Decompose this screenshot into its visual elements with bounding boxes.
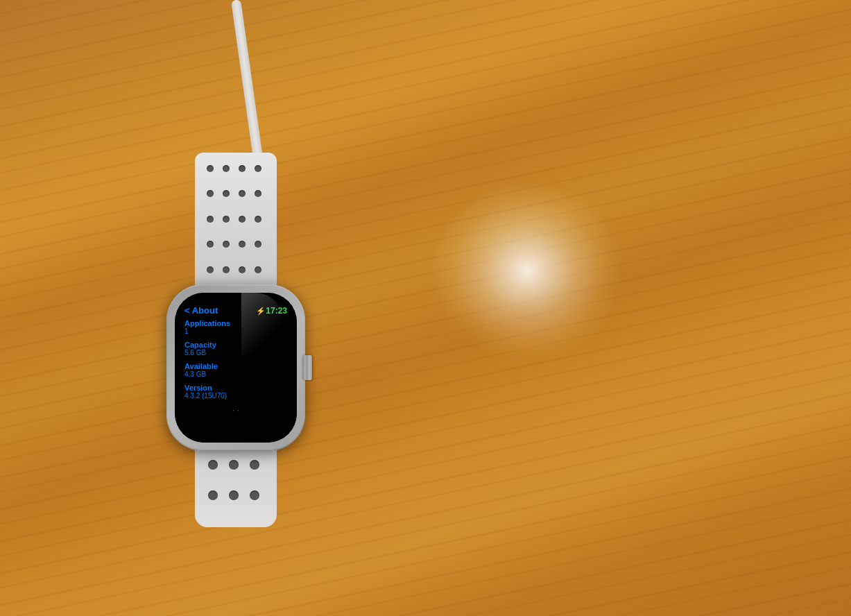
screen-header: < About ⚡17:23 — [184, 304, 287, 316]
applications-row: Applications 1 — [184, 319, 287, 335]
band-hole — [239, 241, 246, 248]
charging-icon: ⚡ — [256, 307, 266, 315]
band-hole — [239, 216, 246, 223]
available-value: 4.3 GB — [184, 370, 287, 378]
back-button[interactable]: < About — [184, 305, 218, 316]
capacity-label: Capacity — [184, 341, 287, 349]
band-hole — [239, 165, 246, 172]
applications-label: Applications — [184, 319, 287, 327]
screen-time-container: ⚡17:23 — [256, 304, 287, 316]
version-value: 4.3.2 (15U70) — [184, 392, 287, 400]
watch-band-top — [195, 153, 277, 298]
band-hole — [229, 460, 239, 470]
band-hole — [223, 190, 230, 197]
band-hole — [223, 241, 230, 248]
band-hole — [239, 190, 246, 197]
band-hole — [223, 266, 230, 273]
watch-case: < About ⚡17:23 Applications 1 Capacity 5… — [166, 284, 305, 451]
version-label: Version — [184, 384, 287, 392]
band-holes-top — [201, 160, 270, 291]
band-hole — [250, 490, 259, 500]
band-hole — [207, 190, 214, 197]
band-hole — [207, 266, 214, 273]
screen-time: 17:23 — [266, 306, 287, 316]
band-hole — [223, 216, 230, 223]
band-hole — [255, 241, 261, 248]
band-hole — [239, 266, 246, 273]
capacity-value: 5.6 GB — [184, 349, 287, 357]
available-label: Available — [184, 362, 287, 370]
band-hole — [207, 165, 214, 172]
capacity-row: Capacity 5.6 GB — [184, 341, 287, 357]
band-hole — [255, 190, 261, 197]
band-hole — [229, 490, 239, 500]
band-hole — [250, 460, 259, 470]
band-hole — [223, 165, 230, 172]
band-hole — [207, 241, 214, 248]
band-hole — [207, 216, 214, 223]
apple-watch: < About ⚡17:23 Applications 1 Capacity 5… — [118, 153, 354, 527]
digital-crown[interactable] — [302, 355, 312, 380]
band-hole — [208, 460, 218, 470]
watch-display: < About ⚡17:23 Applications 1 Capacity 5… — [175, 293, 297, 443]
band-hole — [208, 490, 218, 500]
band-hole — [255, 216, 261, 223]
available-row: Available 4.3 GB — [184, 362, 287, 378]
band-hole — [255, 165, 261, 172]
version-row: Version 4.3.2 (15U70) — [184, 384, 287, 400]
screen-content: < About ⚡17:23 Applications 1 Capacity 5… — [175, 293, 297, 443]
band-hole — [255, 266, 261, 273]
pagination-dots: · · — [184, 405, 287, 415]
applications-value: 1 — [184, 327, 287, 335]
